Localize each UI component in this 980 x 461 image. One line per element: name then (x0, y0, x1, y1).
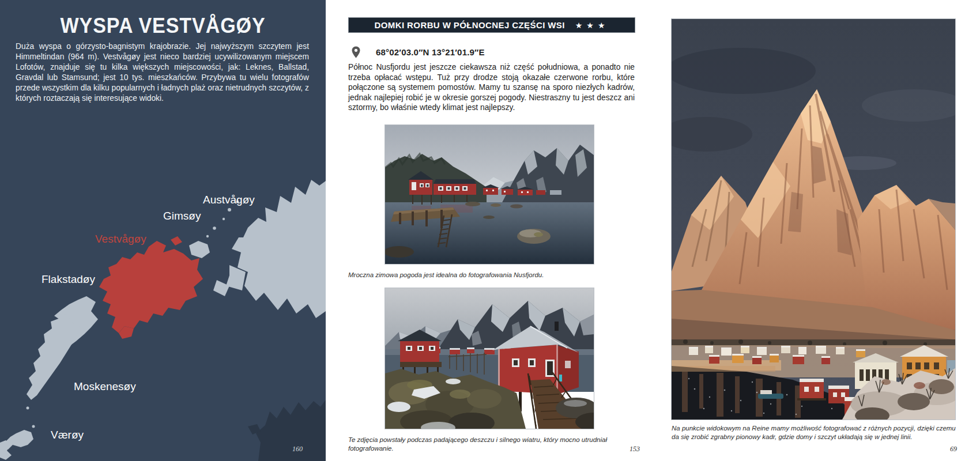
photo2-caption: Te zdjęcia powstały podczas padającego d… (348, 436, 635, 452)
island-info-panel: WYSPA VESTVÅGØY Duża wyspa o górzysto-ba… (0, 0, 326, 461)
photo1-caption: Mroczna zimowa pogoda jest idealna do fo… (348, 271, 635, 279)
nusfjord-harbour-illustration (385, 125, 594, 264)
island-vestvagoy-shape (99, 241, 203, 333)
island-moskenesoy-shape (27, 313, 81, 400)
photo-nusfjord-harbour (385, 125, 594, 264)
island-intro-text: Duża wyspa o górzysto-bagnistym krajobra… (16, 41, 309, 104)
photo-reine-viewpoint (672, 19, 955, 420)
reine-mountain-illustration (672, 19, 955, 420)
map-label-gimsoy: Gimsøy (163, 210, 201, 222)
map-label-flakstadoy: Flakstadøy (42, 273, 95, 286)
gps-coordinates-row: 68°02′03.0″N 13°21′01.9″E (352, 46, 485, 58)
page-number-middle: 153 (608, 445, 640, 454)
section-title: DOMKI RORBU W PÓŁNOCNEJ CZĘŚCI WSI (375, 20, 565, 30)
photo-rorbu-cabin (385, 288, 594, 429)
rorbu-cabin-illustration (385, 288, 594, 429)
island-title: WYSPA VESTVÅGØY (0, 14, 326, 38)
section-body-text: Północ Nusfjordu jest jeszcze ciekawsza … (348, 62, 635, 113)
book-spread: WYSPA VESTVÅGØY Duża wyspa o górzysto-ba… (0, 0, 980, 461)
map-label-vestvagoy: Vestvågøy (95, 233, 146, 245)
photo3-caption: Na punkcie widokowym na Reine mamy możli… (672, 424, 956, 441)
section-header-bar: DOMKI RORBU W PÓŁNOCNEJ CZĘŚCI WSI ★★★ (348, 17, 635, 33)
gps-coordinates: 68°02′03.0″N 13°21′01.9″E (376, 47, 485, 57)
location-pin-icon (352, 46, 360, 58)
map-label-austvagoy: Austvågøy (203, 194, 255, 206)
page-number-right: 69 (925, 445, 957, 454)
island-gimsoy-shape (189, 241, 210, 258)
page-number-left: 160 (271, 445, 303, 454)
map-label-moskenesoy: Moskenesøy (74, 380, 136, 393)
rating-stars: ★★★ (575, 20, 609, 30)
map-label-vaeroy: Værøy (51, 429, 84, 441)
